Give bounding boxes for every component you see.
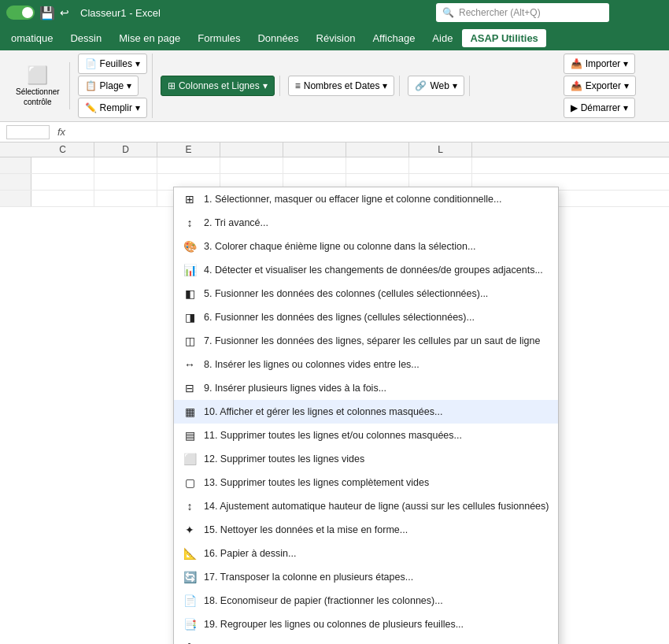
col-header-blank3	[346, 142, 409, 157]
menu-item-aide[interactable]: Aide	[424, 29, 460, 47]
cell[interactable]	[94, 191, 157, 206]
search-box[interactable]: 🔍 Rechercher (Alt+Q)	[436, 3, 609, 22]
dropdown-item-2[interactable]: ↕2. Tri avancé...	[174, 211, 558, 235]
remplir-label: Remplir	[100, 102, 132, 113]
demarrer-label: Démarrer	[581, 102, 621, 113]
nombres-dates-dropdown[interactable]: ≡ Nombres et Dates ▾	[288, 76, 395, 96]
menu-item-donnees[interactable]: Données	[249, 29, 306, 47]
table-row	[0, 157, 669, 174]
menu-item-affichage[interactable]: Affichage	[364, 29, 423, 47]
dropdown-item-text-19: 19. Regrouper les lignes ou colonnes de …	[204, 619, 550, 630]
dropdown-item-14[interactable]: ↕14. Ajustement automatique hauteur de l…	[174, 494, 558, 518]
importer-chevron: ▾	[623, 58, 628, 69]
ribbon-group-colonnes: ⊞ Colonnes et Lignes ▾	[156, 76, 280, 96]
dropdown-item-15[interactable]: ✦15. Nettoyer les données et la mise en …	[174, 518, 558, 542]
dropdown-item-icon-16: 📐	[182, 546, 198, 561]
dropdown-item-6[interactable]: ◨6. Fusionner les données des lignes (ce…	[174, 305, 558, 329]
fx-symbol: fx	[57, 126, 65, 138]
dropdown-item-13[interactable]: ▢13. Supprimer toutes les lignes complèt…	[174, 471, 558, 494]
dropdown-item-icon-8: ↔	[182, 357, 198, 372]
dropdown-item-text-17: 17. Transposer la colonne en plusieurs é…	[204, 572, 550, 583]
exporter-btn[interactable]: 📤 Exporter ▾	[564, 76, 636, 96]
dropdown-item-19[interactable]: 📑19. Regrouper les lignes ou colonnes de…	[174, 613, 558, 636]
ribbon-group-nombres: ≡ Nombres et Dates ▾	[283, 76, 401, 96]
exporter-icon: 📤	[571, 80, 582, 91]
dropdown-item-5[interactable]: ◧5. Fusionner les données des colonnes (…	[174, 282, 558, 305]
menu-item-dessin[interactable]: Dessin	[62, 29, 109, 47]
dropdown-item-1[interactable]: ⊞1. Sélectionner, masquer ou effacer lig…	[174, 187, 558, 211]
dropdown-item-20[interactable]: 🗑20. Supprimer les vides inutilisés de f…	[174, 636, 558, 644]
cell[interactable]	[31, 157, 94, 173]
cell[interactable]	[31, 191, 94, 206]
dropdown-item-icon-5: ◧	[182, 286, 198, 302]
cell[interactable]	[220, 157, 283, 173]
dropdown-item-8[interactable]: ↔8. Insérer les lignes ou colonnes vides…	[174, 353, 558, 376]
ribbon-group-web: 🔗 Web ▾	[403, 76, 469, 96]
dropdown-item-text-6: 6. Fusionner les données des lignes (cel…	[204, 312, 550, 323]
colonnes-icon: ⊞	[168, 80, 176, 91]
controle-label: contrôle	[24, 98, 52, 106]
web-icon: 🔗	[415, 80, 427, 91]
dropdown-item-icon-14: ↕	[182, 498, 198, 514]
importer-icon: 📥	[571, 58, 582, 69]
dropdown-item-icon-4: 📊	[182, 262, 198, 278]
dropdown-item-text-14: 14. Ajustement automatique hauteur de li…	[204, 501, 550, 512]
dropdown-item-7[interactable]: ◫7. Fusionner les données des lignes, sé…	[174, 329, 558, 353]
cell[interactable]	[94, 157, 157, 173]
remplir-dropdown[interactable]: ✏️ Remplir ▾	[78, 98, 147, 118]
cell[interactable]	[409, 157, 472, 173]
feuilles-chevron: ▾	[135, 58, 140, 69]
dropdown-item-9[interactable]: ⊟9. Insérer plusieurs lignes vides à la …	[174, 376, 558, 400]
ribbon: ⬜ Sélectionner contrôle 📄 Feuilles ▾ 📋	[0, 50, 669, 122]
demarrer-btn[interactable]: ▶ Démarrer ▾	[564, 98, 636, 118]
importer-btn[interactable]: 📥 Importer ▾	[564, 54, 636, 74]
cell[interactable]	[94, 174, 157, 190]
dropdown-item-4[interactable]: 📊4. Détecter et visualiser les changemen…	[174, 258, 558, 282]
dropdown-item-icon-6: ◨	[182, 309, 198, 325]
undo-icon[interactable]: ↩	[60, 6, 69, 19]
cell[interactable]	[346, 157, 409, 173]
dropdown-item-text-18: 18. Economiseur de papier (fractionner l…	[204, 595, 550, 606]
dropdown-item-12[interactable]: ⬜12. Supprimer toutes les lignes vides	[174, 447, 558, 471]
ribbon-right: 📥 Importer ▾ 📤 Exporter ▾ ▶ Démarr	[564, 54, 663, 118]
dropdown-item-icon-7: ◫	[182, 333, 198, 349]
feuilles-dropdown[interactable]: 📄 Feuilles ▾	[78, 54, 147, 74]
demarrer-chevron: ▾	[623, 102, 628, 113]
colonnes-lignes-label: Colonnes et Lignes	[179, 80, 260, 91]
nombres-dates-label: Nombres et Dates	[304, 80, 380, 91]
exporter-chevron: ▾	[624, 80, 629, 91]
dropdown-item-text-10: 10. Afficher et gérer les lignes et colo…	[204, 406, 550, 417]
plage-chevron: ▾	[127, 80, 131, 91]
save-icon[interactable]: 💾	[39, 6, 55, 20]
cell[interactable]	[283, 157, 346, 173]
dropdown-item-icon-3: 🎨	[182, 239, 198, 254]
web-dropdown[interactable]: 🔗 Web ▾	[408, 76, 464, 96]
colonnes-lignes-dropdown[interactable]: ⊞ Colonnes et Lignes ▾	[161, 76, 275, 96]
menu-item-mise-en-page[interactable]: Mise en page	[111, 29, 188, 47]
ribbon-group-feuilles: 📄 Feuilles ▾ 📋 Plage ▾ ✏️ Remplir	[73, 54, 153, 118]
dropdown-item-11[interactable]: ▤11. Supprimer toutes les lignes et/ou c…	[174, 424, 558, 447]
dropdown-item-icon-17: 🔄	[182, 569, 198, 585]
selectionner-btn[interactable]: ⬜ Sélectionner contrôle	[11, 62, 65, 109]
plage-icon: 📋	[85, 80, 97, 91]
cell[interactable]	[157, 157, 220, 173]
cell-reference-input[interactable]	[6, 125, 50, 139]
dropdown-item-text-5: 5. Fusionner les données des colonnes (c…	[204, 288, 550, 299]
dropdown-item-10[interactable]: ▦10. Afficher et gérer les lignes et col…	[174, 400, 558, 424]
dropdown-item-18[interactable]: 📄18. Economiseur de papier (fractionner …	[174, 589, 558, 613]
dropdown-item-17[interactable]: 🔄17. Transposer la colonne en plusieurs …	[174, 565, 558, 589]
dropdown-item-text-9: 9. Insérer plusieurs lignes vides à la f…	[204, 383, 550, 394]
menu-item-formules[interactable]: Formules	[190, 29, 248, 47]
col-header-e: E	[157, 142, 220, 157]
plage-dropdown[interactable]: 📋 Plage ▾	[78, 76, 139, 96]
menu-item-revision[interactable]: Révision	[309, 29, 364, 47]
auto-save-toggle[interactable]	[6, 6, 35, 20]
menu-item-asap[interactable]: ASAP Utilities	[462, 29, 545, 47]
menu-item-automatique[interactable]: omatique	[3, 29, 61, 47]
dropdown-item-16[interactable]: 📐16. Papier à dessin...	[174, 542, 558, 565]
dropdown-item-3[interactable]: 🎨3. Colorer chaque énième ligne ou colon…	[174, 235, 558, 258]
dropdown-item-text-12: 12. Supprimer toutes les lignes vides	[204, 453, 550, 464]
cell[interactable]	[31, 174, 94, 190]
dropdown-item-icon-1: ⊞	[182, 191, 198, 207]
dropdown-item-text-2: 2. Tri avancé...	[204, 217, 550, 228]
